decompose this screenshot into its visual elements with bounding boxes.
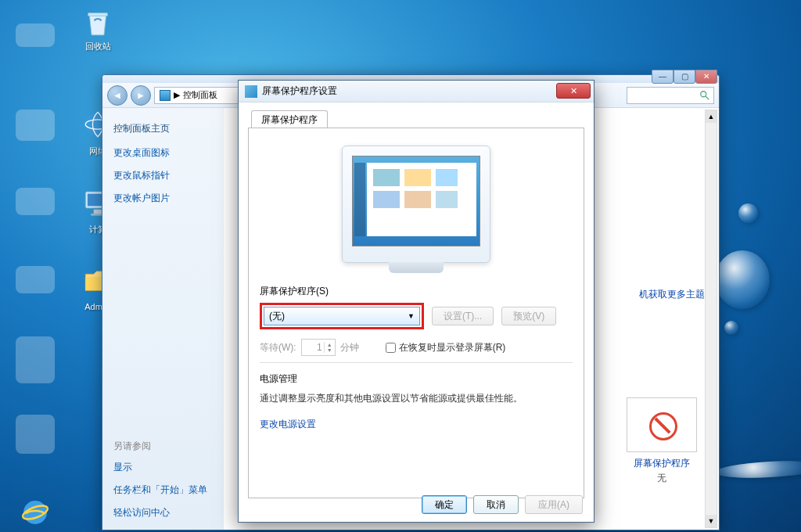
resume-checkbox-row[interactable]: 在恢复时显示登录屏幕(R) — [386, 341, 506, 354]
water-drop — [724, 321, 738, 335]
wait-label: 等待(W): — [260, 341, 296, 354]
breadcrumb[interactable]: ▶ 控制面板 — [154, 87, 248, 104]
dropdown-value: (无) — [269, 310, 285, 323]
screensaver-card[interactable]: 屏幕保护程序 无 — [619, 397, 705, 485]
water-drop — [715, 250, 770, 309]
cancel-button[interactable]: 取消 — [473, 495, 519, 514]
water-drop — [738, 203, 758, 223]
control-panel-icon — [160, 90, 171, 101]
desktop-blur — [16, 415, 55, 454]
tutorial-highlight: (无) ▼ — [260, 303, 424, 329]
sidebar-link-desktop-icons[interactable]: 更改桌面图标 — [113, 146, 213, 160]
ok-button[interactable]: 确定 — [422, 495, 467, 514]
preview-button: 预览(V) — [501, 307, 556, 325]
scrollbar[interactable]: ▲ ▼ — [705, 110, 717, 528]
wait-input[interactable] — [302, 342, 324, 353]
desktop-blur — [16, 110, 55, 141]
breadcrumb-item: 控制面板 — [183, 89, 217, 101]
desktop-blur — [16, 266, 55, 293]
svg-point-8 — [701, 91, 706, 96]
minimize-button[interactable]: — — [652, 70, 673, 84]
dialog-icon — [245, 85, 257, 98]
divider — [260, 362, 573, 363]
sidebar-home[interactable]: 控制面板主页 — [113, 122, 213, 135]
resume-label: 在恢复时显示登录屏幕(R) — [399, 341, 506, 354]
dialog-title: 屏幕保护程序设置 — [262, 84, 337, 98]
sidebar-link-display[interactable]: 显示 — [113, 461, 213, 474]
screensaver-settings-dialog: 屏幕保护程序设置 ✕ 屏幕保护程序 屏幕保护程序(S) (无) — [238, 80, 594, 523]
change-power-settings-link[interactable]: 更改电源设置 — [260, 418, 573, 431]
search-icon — [699, 90, 710, 101]
sidebar-link-taskbar[interactable]: 任务栏和「开始」菜单 — [113, 483, 213, 497]
sidebar-see-also-heading: 另请参阅 — [113, 440, 213, 453]
nav-forward-button[interactable]: ► — [131, 85, 151, 106]
breadcrumb-sep: ▶ — [174, 90, 180, 100]
svg-rect-4 — [94, 210, 102, 214]
screensaver-card-link[interactable]: 屏幕保护程序 — [619, 457, 705, 470]
close-button[interactable]: ✕ — [695, 70, 717, 84]
tab-strip: 屏幕保护程序 — [248, 109, 584, 128]
power-management-desc: 通过调整显示亮度和其他电源设置以节省能源或提供最佳性能。 — [260, 392, 573, 405]
desktop-icon-recycle-bin[interactable]: 回收站 — [70, 6, 125, 52]
resume-checkbox[interactable] — [386, 343, 396, 353]
desktop-blur — [16, 23, 55, 47]
sidebar-link-account-pic[interactable]: 更改帐户图片 — [113, 192, 213, 205]
sidebar-link-mouse[interactable]: 更改鼠标指针 — [113, 169, 213, 182]
tab-screensaver[interactable]: 屏幕保护程序 — [251, 110, 328, 128]
sidebar: 控制面板主页 更改桌面图标 更改鼠标指针 更改帐户图片 另请参阅 显示 任务栏和… — [102, 108, 224, 530]
recycle-bin-icon — [81, 6, 114, 39]
ie-icon[interactable] — [20, 497, 51, 528]
desktop-blur — [16, 188, 55, 215]
power-management-heading: 电源管理 — [260, 372, 573, 386]
scroll-down-button[interactable]: ▼ — [706, 515, 717, 527]
wait-unit: 分钟 — [340, 341, 359, 354]
wait-row: 等待(W): ▲▼ 分钟 在恢复时显示登录屏幕(R) — [260, 339, 573, 356]
chevron-down-icon: ▼ — [408, 312, 415, 320]
search-input[interactable] — [627, 87, 714, 104]
screensaver-dropdown[interactable]: (无) ▼ — [264, 307, 420, 325]
apply-button: 应用(A) — [525, 495, 583, 514]
water-ripple — [715, 458, 801, 480]
dialog-titlebar[interactable]: 屏幕保护程序设置 ✕ — [239, 81, 594, 102]
screensaver-card-state: 无 — [619, 472, 705, 485]
screensaver-none-icon — [627, 397, 697, 452]
sidebar-link-ease-access[interactable]: 轻松访问中心 — [113, 506, 213, 519]
dialog-footer: 确定 取消 应用(A) — [422, 495, 583, 514]
dialog-close-button[interactable]: ✕ — [556, 83, 591, 99]
desktop-icon-label: 回收站 — [70, 41, 125, 52]
settings-button: 设置(T)... — [432, 307, 494, 325]
maximize-button[interactable]: ▢ — [673, 70, 695, 84]
scroll-up-button[interactable]: ▲ — [706, 110, 717, 123]
svg-line-9 — [706, 95, 709, 99]
desktop-blur — [16, 336, 55, 383]
nav-back-button[interactable]: ◄ — [107, 85, 128, 106]
wait-spinner[interactable]: ▲▼ — [301, 339, 336, 356]
screensaver-select-label: 屏幕保护程序(S) — [260, 285, 573, 298]
tab-panel: 屏幕保护程序(S) (无) ▼ 设置(T)... 预览(V) 等待(W): ▲▼… — [248, 128, 584, 498]
preview-monitor — [342, 146, 490, 263]
